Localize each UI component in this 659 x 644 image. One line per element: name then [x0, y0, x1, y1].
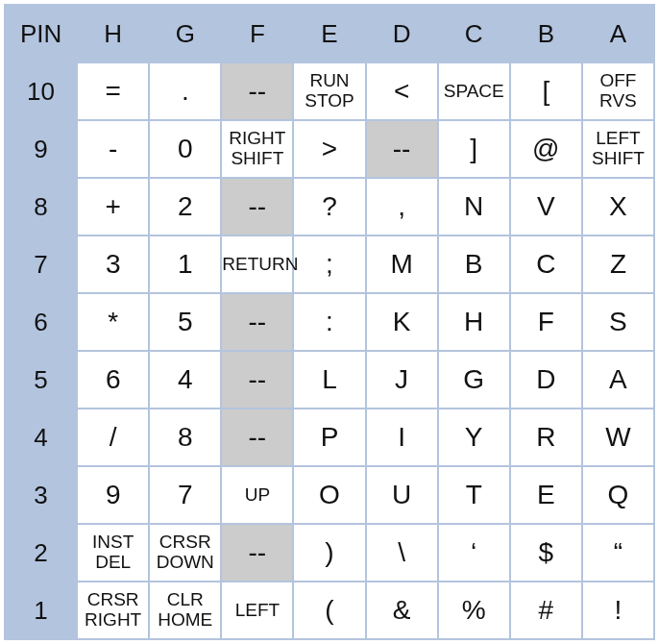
matrix-cell: L: [293, 351, 365, 409]
header-row: PIN H G F E D C B A: [5, 5, 654, 62]
matrix-cell: H: [438, 293, 510, 351]
matrix-cell: C: [510, 235, 582, 293]
matrix-cell: LEFTSHIFT: [582, 120, 654, 178]
table-row: 564--LJGDA: [5, 351, 654, 409]
matrix-cell: INSTDEL: [77, 524, 149, 582]
matrix-cell: I: [366, 409, 438, 466]
matrix-cell: 9: [77, 466, 149, 524]
col-header-g: G: [149, 5, 221, 62]
table-row: 9-0RIGHTSHIFT>--]@LEFTSHIFT: [5, 120, 654, 178]
matrix-cell: --: [221, 62, 293, 120]
matrix-cell: ]: [438, 120, 510, 178]
matrix-cell: “: [582, 524, 654, 582]
matrix-cell: !: [582, 582, 654, 639]
matrix-cell: >: [293, 120, 365, 178]
col-header-b: B: [510, 5, 582, 62]
matrix-cell: ,: [366, 178, 438, 235]
matrix-cell: CRSRDOWN: [149, 524, 221, 582]
matrix-cell: $: [510, 524, 582, 582]
col-header-e: E: [293, 5, 365, 62]
row-header-pin: 4: [5, 409, 77, 466]
table-row: 8+2--?,NVX: [5, 178, 654, 235]
matrix-cell: J: [366, 351, 438, 409]
table-row: 2INSTDELCRSRDOWN--)\‘$“: [5, 524, 654, 582]
keyboard-pin-matrix-table: PIN H G F E D C B A 10=.--RUNSTOP<SPACE[…: [4, 4, 655, 640]
matrix-cell: 0: [149, 120, 221, 178]
matrix-cell: .: [149, 62, 221, 120]
matrix-cell: N: [438, 178, 510, 235]
row-header-pin: 5: [5, 351, 77, 409]
matrix-cell: (: [293, 582, 365, 639]
matrix-cell: 5: [149, 293, 221, 351]
matrix-cell: RIGHTSHIFT: [221, 120, 293, 178]
table-row: 4/8--PIYRW: [5, 409, 654, 466]
matrix-cell: W: [582, 409, 654, 466]
matrix-cell: *: [77, 293, 149, 351]
table-body: 10=.--RUNSTOP<SPACE[OFFRVS9-0RIGHTSHIFT>…: [5, 62, 654, 639]
matrix-cell: CRSRRIGHT: [77, 582, 149, 639]
matrix-cell: E: [510, 466, 582, 524]
matrix-cell: Q: [582, 466, 654, 524]
matrix-cell: U: [366, 466, 438, 524]
matrix-cell: UP: [221, 466, 293, 524]
matrix-cell: B: [438, 235, 510, 293]
matrix-cell: /: [77, 409, 149, 466]
matrix-cell: #: [510, 582, 582, 639]
matrix-cell: SPACE: [438, 62, 510, 120]
matrix-cell: G: [438, 351, 510, 409]
matrix-cell: V: [510, 178, 582, 235]
matrix-cell: ;: [293, 235, 365, 293]
matrix-cell: <: [366, 62, 438, 120]
matrix-cell: Y: [438, 409, 510, 466]
matrix-cell: ‘: [438, 524, 510, 582]
row-header-pin: 10: [5, 62, 77, 120]
matrix-cell: RUNSTOP: [293, 62, 365, 120]
col-header-d: D: [366, 5, 438, 62]
matrix-cell: --: [221, 178, 293, 235]
row-header-pin: 3: [5, 466, 77, 524]
matrix-cell: ?: [293, 178, 365, 235]
matrix-cell: M: [366, 235, 438, 293]
matrix-cell: &: [366, 582, 438, 639]
row-header-pin: 8: [5, 178, 77, 235]
matrix-cell: 2: [149, 178, 221, 235]
row-header-pin: 2: [5, 524, 77, 582]
table-row: 1CRSRRIGHTCLRHOMELEFT(&%#!: [5, 582, 654, 639]
matrix-cell: A: [582, 351, 654, 409]
matrix-cell: CLRHOME: [149, 582, 221, 639]
matrix-cell: ): [293, 524, 365, 582]
matrix-cell: +: [77, 178, 149, 235]
col-header-a: A: [582, 5, 654, 62]
matrix-cell: LEFT: [221, 582, 293, 639]
matrix-cell: D: [510, 351, 582, 409]
matrix-cell: \: [366, 524, 438, 582]
matrix-cell: 8: [149, 409, 221, 466]
matrix-cell: 7: [149, 466, 221, 524]
matrix-cell: --: [221, 409, 293, 466]
matrix-cell: RETURN: [221, 235, 293, 293]
table-row: 10=.--RUNSTOP<SPACE[OFFRVS: [5, 62, 654, 120]
matrix-cell: O: [293, 466, 365, 524]
matrix-cell: %: [438, 582, 510, 639]
matrix-cell: 1: [149, 235, 221, 293]
matrix-cell: T: [438, 466, 510, 524]
table-row: 397UPOUTEQ: [5, 466, 654, 524]
matrix-cell: --: [221, 524, 293, 582]
matrix-cell: X: [582, 178, 654, 235]
matrix-cell: OFFRVS: [582, 62, 654, 120]
matrix-cell: S: [582, 293, 654, 351]
col-header-c: C: [438, 5, 510, 62]
col-header-h: H: [77, 5, 149, 62]
matrix-cell: R: [510, 409, 582, 466]
table-row: 6*5--:KHFS: [5, 293, 654, 351]
matrix-cell: 6: [77, 351, 149, 409]
matrix-cell: --: [366, 120, 438, 178]
matrix-cell: P: [293, 409, 365, 466]
matrix-cell: K: [366, 293, 438, 351]
matrix-cell: F: [510, 293, 582, 351]
matrix-cell: [: [510, 62, 582, 120]
matrix-cell: Z: [582, 235, 654, 293]
matrix-cell: 3: [77, 235, 149, 293]
table-row: 731RETURN;MBCZ: [5, 235, 654, 293]
col-header-pin: PIN: [5, 5, 77, 62]
